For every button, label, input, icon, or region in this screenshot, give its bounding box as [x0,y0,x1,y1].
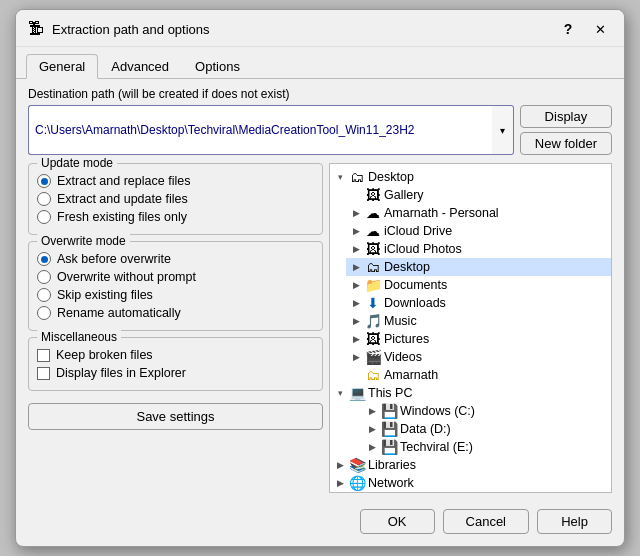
help-title-button[interactable]: ? [554,18,582,40]
tree-item-data-d[interactable]: ▶ 💾 Data (D:) [362,420,611,438]
tree-label: Data (D:) [400,422,451,436]
tree-item-this-pc[interactable]: ▾ 💻 This PC [330,384,611,402]
title-bar: 🗜 Extraction path and options ? ✕ [16,10,624,47]
overwrite-option-3[interactable]: Rename automatically [37,306,314,320]
expand-icon[interactable]: ▶ [332,457,348,473]
title-controls: ? ✕ [554,18,614,40]
tree-item-desktop-root[interactable]: ▾ 🗂 Desktop [330,168,611,186]
expand-icon[interactable]: ▶ [364,439,380,455]
dest-input[interactable] [28,105,492,155]
tree-item-documents[interactable]: ▶ 📁 Documents [346,276,611,294]
overwrite-label-1: Overwrite without prompt [57,270,196,284]
tree-label: Videos [384,350,422,364]
update-label-1: Extract and update files [57,192,188,206]
tree-item-windows-c[interactable]: ▶ 💾 Windows (C:) [362,402,611,420]
overwrite-option-2[interactable]: Skip existing files [37,288,314,302]
main-area: Update mode Extract and replace files Ex… [28,163,612,493]
misc-option-1[interactable]: Display files in Explorer [37,366,314,380]
tree-item-amarnath[interactable]: 🗂 Amarnath [346,366,611,384]
update-radio-1[interactable] [37,192,51,206]
cloud-icon: ☁ [364,223,382,239]
new-folder-button[interactable]: New folder [520,132,612,155]
tab-advanced[interactable]: Advanced [98,54,182,79]
tree-label: Gallery [384,188,424,202]
dest-input-wrap: ▾ [28,105,514,155]
expand-icon[interactable]: ▾ [332,385,348,401]
expand-icon[interactable]: ▶ [332,475,348,491]
pictures-icon: 🖼 [364,331,382,347]
update-option-2[interactable]: Fresh existing files only [37,210,314,224]
cancel-button[interactable]: Cancel [443,509,529,534]
misc-group: Miscellaneous Keep broken files Display … [28,337,323,391]
update-option-0[interactable]: Extract and replace files [37,174,314,188]
help-button[interactable]: Help [537,509,612,534]
update-option-1[interactable]: Extract and update files [37,192,314,206]
tree-item-amarnath-personal[interactable]: ▶ ☁ Amarnath - Personal [346,204,611,222]
tree-item-music[interactable]: ▶ 🎵 Music [346,312,611,330]
tab-options[interactable]: Options [182,54,253,79]
expand-icon[interactable]: ▶ [348,223,364,239]
overwrite-radio-3[interactable] [37,306,51,320]
drive-icon: 💾 [380,403,398,419]
tree-item-downloads[interactable]: ▶ ⬇ Downloads [346,294,611,312]
expand-icon[interactable]: ▶ [348,331,364,347]
misc-option-0[interactable]: Keep broken files [37,348,314,362]
left-panel: Update mode Extract and replace files Ex… [28,163,323,493]
desktop-icon: 🗂 [364,259,382,275]
overwrite-mode-label: Overwrite mode [37,234,130,248]
expand-icon[interactable]: ▶ [348,349,364,365]
expand-icon[interactable]: ▾ [332,169,348,185]
tree-item-gallery[interactable]: 🖼 Gallery [346,186,611,204]
expand-icon[interactable]: ▶ [348,295,364,311]
overwrite-label-0: Ask before overwrite [57,252,171,266]
folder-icon: 🗂 [364,367,382,383]
tree-label: iCloud Drive [384,224,452,238]
gallery-icon: 🖼 [364,187,382,203]
expand-icon[interactable]: ▶ [348,205,364,221]
expand-icon[interactable]: ▶ [348,277,364,293]
tree-item-icloud-photos[interactable]: ▶ 🖼 iCloud Photos [346,240,611,258]
save-settings-button[interactable]: Save settings [28,403,323,430]
display-button[interactable]: Display [520,105,612,128]
tree-label: Desktop [368,170,414,184]
expand-icon [348,187,364,203]
tree-item-videos[interactable]: ▶ 🎬 Videos [346,348,611,366]
expand-icon[interactable]: ▶ [348,241,364,257]
tree-label: Network [368,476,414,490]
expand-icon[interactable]: ▶ [364,403,380,419]
misc-check-1[interactable] [37,367,50,380]
tree-item-techviral-e[interactable]: ▶ 💾 Techviral (E:) [362,438,611,456]
overwrite-radio-2[interactable] [37,288,51,302]
misc-check-0[interactable] [37,349,50,362]
tree-item-pictures[interactable]: ▶ 🖼 Pictures [346,330,611,348]
ok-button[interactable]: OK [360,509,435,534]
overwrite-radio-1[interactable] [37,270,51,284]
cloud-icon: ☁ [364,205,382,221]
overwrite-option-0[interactable]: Ask before overwrite [37,252,314,266]
tree-label: Techviral (E:) [400,440,473,454]
tree-item-network[interactable]: ▶ 🌐 Network [330,474,611,492]
tree-item-desktop[interactable]: ▶ 🗂 Desktop [346,258,611,276]
dest-row: ▾ Display New folder [28,105,612,155]
update-label-2: Fresh existing files only [57,210,187,224]
expand-icon[interactable]: ▶ [348,259,364,275]
network-icon: 🌐 [348,475,366,491]
dest-dropdown-button[interactable]: ▾ [492,105,514,155]
tab-general[interactable]: General [26,54,98,79]
overwrite-mode-group: Overwrite mode Ask before overwrite Over… [28,241,323,331]
tree-label: Downloads [384,296,446,310]
update-mode-label: Update mode [37,156,117,170]
tree-label: Pictures [384,332,429,346]
close-button[interactable]: ✕ [586,18,614,40]
overwrite-option-1[interactable]: Overwrite without prompt [37,270,314,284]
expand-icon[interactable]: ▶ [364,421,380,437]
drive-icon: 💾 [380,439,398,455]
update-radio-2[interactable] [37,210,51,224]
tree-label: Amarnath [384,368,438,382]
overwrite-radio-0[interactable] [37,252,51,266]
tree-item-libraries[interactable]: ▶ 📚 Libraries [330,456,611,474]
update-radio-0[interactable] [37,174,51,188]
tree-item-icloud-drive[interactable]: ▶ ☁ iCloud Drive [346,222,611,240]
file-tree-panel[interactable]: ▾ 🗂 Desktop 🖼 Gallery ▶ ☁ Amarnath - Per… [329,163,612,493]
expand-icon[interactable]: ▶ [348,313,364,329]
